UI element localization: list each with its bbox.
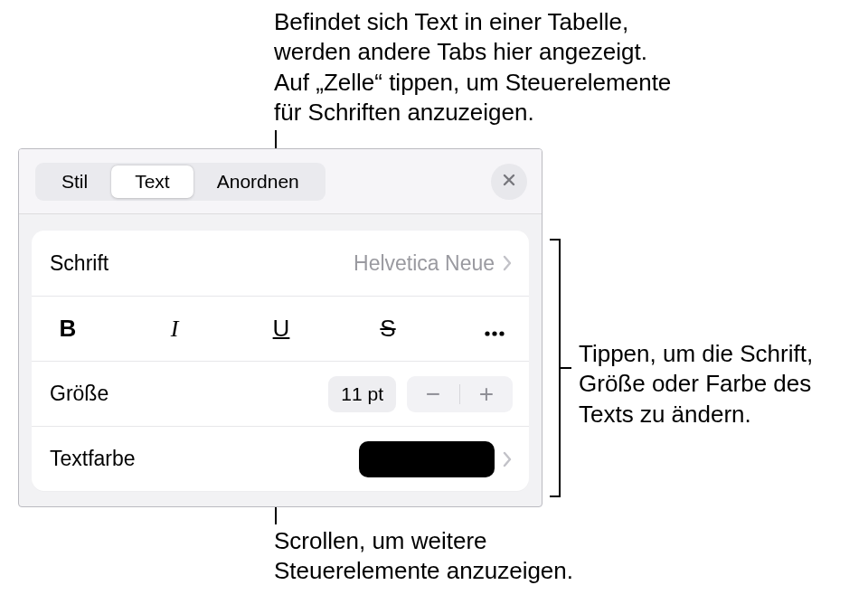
panel-toolbar: Stil Text Anordnen xyxy=(19,149,542,214)
close-icon xyxy=(502,173,516,191)
tab-stil[interactable]: Stil xyxy=(38,165,111,198)
text-color-row[interactable]: Textfarbe xyxy=(32,426,529,491)
size-label: Größe xyxy=(50,382,108,406)
text-style-row: B I U S xyxy=(32,296,529,361)
tab-anordnen[interactable]: Anordnen xyxy=(193,165,323,198)
tab-text[interactable]: Text xyxy=(111,165,193,198)
size-increase-button[interactable]: + xyxy=(460,376,513,412)
text-color-swatch[interactable] xyxy=(359,441,495,477)
close-button[interactable] xyxy=(491,164,527,200)
text-options-card: Schrift Helvetica Neue B I U S xyxy=(32,231,529,491)
svg-point-2 xyxy=(499,331,504,335)
size-stepper: − + xyxy=(407,376,513,412)
callout-top: Befindet sich Text in einer Tabelle, wer… xyxy=(274,7,744,127)
bold-button[interactable]: B xyxy=(50,311,86,347)
callout-bottom: Scrollen, um weitere Steuerelemente anzu… xyxy=(274,526,654,587)
segmented-control: Stil Text Anordnen xyxy=(35,163,326,201)
chevron-right-icon xyxy=(502,254,513,272)
text-color-label: Textfarbe xyxy=(50,447,136,471)
format-panel: Stil Text Anordnen Schrift Helvetica Neu… xyxy=(18,148,542,507)
callout-right: Tippen, um die Schrift, Größe oder Farbe… xyxy=(579,339,859,429)
chevron-right-icon xyxy=(502,450,513,468)
strikethrough-button[interactable]: S xyxy=(370,311,406,347)
italic-button[interactable]: I xyxy=(156,311,193,347)
font-value: Helvetica Neue xyxy=(354,251,495,276)
more-icon xyxy=(485,315,505,343)
more-options-button[interactable] xyxy=(476,311,513,347)
svg-point-0 xyxy=(485,331,489,335)
size-value-button[interactable]: 11 pt xyxy=(328,376,396,412)
underline-button[interactable]: U xyxy=(263,311,299,347)
svg-point-1 xyxy=(492,331,496,335)
size-row: Größe 11 pt − + xyxy=(32,361,529,426)
font-label: Schrift xyxy=(50,251,108,276)
font-row[interactable]: Schrift Helvetica Neue xyxy=(32,231,529,296)
size-decrease-button[interactable]: − xyxy=(407,376,459,412)
